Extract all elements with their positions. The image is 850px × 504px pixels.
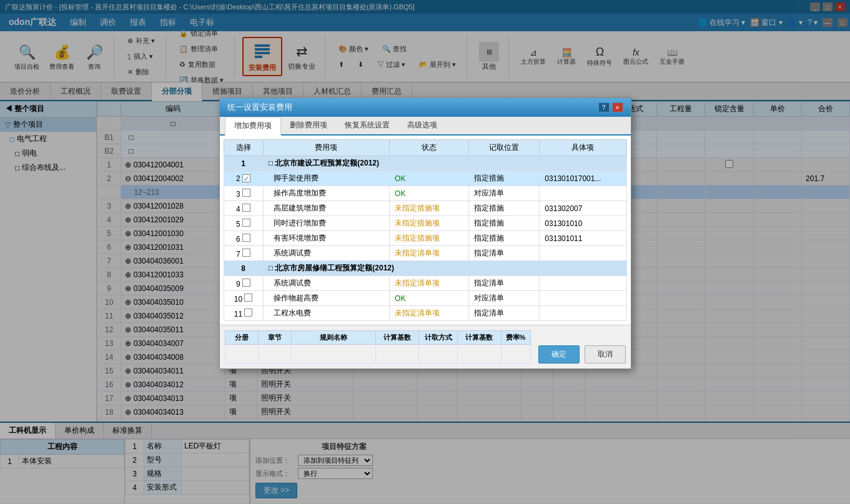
checkbox-5[interactable] xyxy=(242,219,250,227)
modal-confirm-btn[interactable]: 确定 xyxy=(538,345,580,363)
section-row-2: 8 □ 北京市房屋修缮工程预算定额(2012) xyxy=(224,261,626,276)
modal-body: 选择 费用项 状态 记取位置 具体项 1 □ 北京市建设工程预算定额(2012) xyxy=(220,136,631,325)
checkbox-4[interactable] xyxy=(242,204,250,212)
checkbox-6[interactable] xyxy=(242,234,250,242)
modal-row-9[interactable]: 9 系统调试费 未指定清单项 指定清单 xyxy=(224,276,626,291)
section-collapse-1[interactable]: □ xyxy=(269,159,273,167)
install-fee-modal: 统一设置安装费用 ? × 增加费用项 删除费用项 恢复系统设置 高级选项 选择 … xyxy=(219,97,631,369)
sub-row-empty xyxy=(225,345,530,363)
modal-tabs: 增加费用项 删除费用项 恢复系统设置 高级选项 xyxy=(220,117,631,136)
modal-tab-delete[interactable]: 删除费用项 xyxy=(281,117,336,134)
modal-tab-advanced[interactable]: 高级选项 xyxy=(398,117,446,134)
modal-overlay: 统一设置安装费用 ? × 增加费用项 删除费用项 恢复系统设置 高级选项 选择 … xyxy=(0,0,850,504)
col-fee-item: 费用项 xyxy=(263,140,389,156)
modal-row-2[interactable]: 2 脚手架使用费 OK 指定措施 031301017001... xyxy=(224,171,626,186)
sub-col-method: 计取方式 xyxy=(419,331,457,345)
modal-close-btn[interactable]: × xyxy=(612,102,623,112)
modal-row-5[interactable]: 5 同时进行增加费 未指定措施项 指定措施 031301010 xyxy=(224,216,626,231)
modal-title-text: 统一设置安装费用 xyxy=(227,102,292,113)
checkbox-2[interactable] xyxy=(242,174,250,182)
checkbox-7[interactable] xyxy=(242,249,250,257)
checkbox-3[interactable] xyxy=(242,189,250,197)
sub-col-rate: 费率% xyxy=(501,331,530,345)
modal-bottom-section: 分册 章节 规则名称 计算基数 计取方式 计算基数 费率% xyxy=(225,330,531,363)
modal-bottom-grid: 分册 章节 规则名称 计算基数 计取方式 计算基数 费率% xyxy=(225,330,531,363)
modal-cancel-btn[interactable]: 取消 xyxy=(585,345,626,363)
modal-footer-buttons: 确定 取消 xyxy=(538,345,626,363)
col-specific: 具体项 xyxy=(540,140,626,156)
checkbox-9[interactable] xyxy=(242,279,250,287)
col-select: 选择 xyxy=(224,140,263,156)
modal-row-6[interactable]: 6 有害环境增加费 未指定措施项 指定措施 031301011 xyxy=(224,231,626,246)
modal-tab-add[interactable]: 增加费用项 xyxy=(225,117,281,136)
section-collapse-2[interactable]: □ xyxy=(269,264,273,272)
checkbox-10[interactable] xyxy=(244,294,252,302)
sub-col-册: 分册 xyxy=(225,331,258,345)
modal-row-7[interactable]: 7 系统调试费 未指定清单项 指定清单 xyxy=(224,246,626,261)
modal-row-3[interactable]: 3 操作高度增加费 OK 对应清单 xyxy=(224,186,626,201)
modal-row-11[interactable]: 11 工程水电费 未指定清单项 指定清单 xyxy=(224,306,626,321)
modal-footer: 分册 章节 规则名称 计算基数 计取方式 计算基数 费率% xyxy=(220,325,631,368)
section-row-1: 1 □ 北京市建设工程预算定额(2012) xyxy=(224,156,626,171)
sub-col-章节: 章节 xyxy=(258,331,291,345)
sub-col-base: 计算基数 xyxy=(375,331,419,345)
sub-col-base2: 计算基数 xyxy=(457,331,501,345)
modal-row-10[interactable]: 10 操作物超高费 OK 对应清单 xyxy=(224,291,626,306)
modal-row-4[interactable]: 4 高层建筑增加费 未指定措施项 指定措施 031302007 xyxy=(224,201,626,216)
modal-fee-grid: 选择 费用项 状态 记取位置 具体项 1 □ 北京市建设工程预算定额(2012) xyxy=(224,139,627,321)
col-position: 记取位置 xyxy=(468,140,540,156)
modal-tab-restore[interactable]: 恢复系统设置 xyxy=(336,117,398,134)
col-status: 状态 xyxy=(390,140,468,156)
modal-help-btn[interactable]: ? xyxy=(598,102,610,112)
sub-col-规则: 规则名称 xyxy=(292,331,376,345)
modal-title-buttons: ? × xyxy=(598,102,623,112)
checkbox-11[interactable] xyxy=(244,309,252,317)
modal-title-bar: 统一设置安装费用 ? × xyxy=(220,98,631,117)
